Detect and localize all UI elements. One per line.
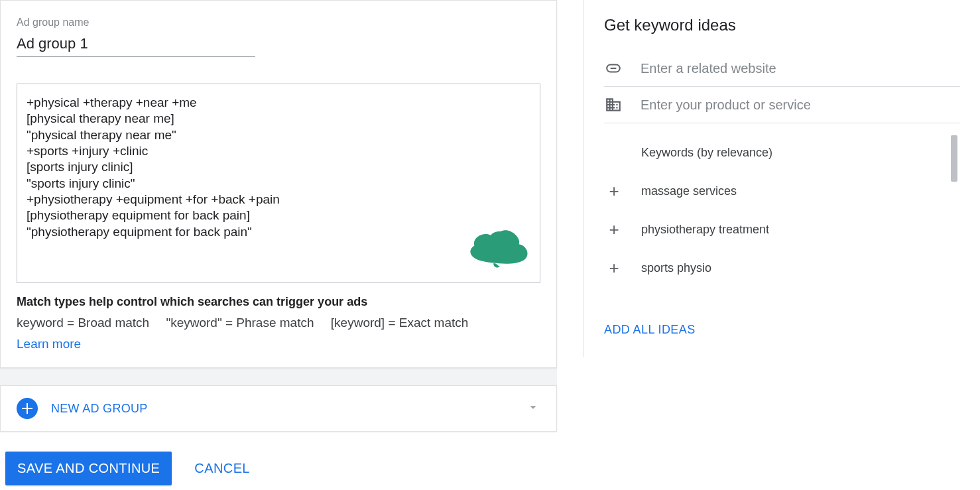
match-types-legend: keyword = Broad match "keyword" = Phrase… — [17, 316, 540, 351]
plus-circle-icon — [17, 398, 38, 419]
plus-icon: + — [604, 182, 624, 200]
plus-icon: + — [604, 298, 624, 301]
ideas-list: Keywords (by relevance) + massage servic… — [604, 134, 960, 301]
business-icon — [604, 96, 622, 113]
idea-row[interactable]: + physiotherapy treatment — [604, 210, 943, 249]
keyword-ideas-title: Get keyword ideas — [604, 16, 960, 34]
idea-text: sports physio — [641, 261, 711, 275]
ad-group-name-label: Ad group name — [17, 17, 255, 29]
add-all-ideas-button[interactable]: ADD ALL IDEAS — [584, 309, 980, 357]
plus-icon: + — [604, 259, 624, 276]
new-ad-group-row[interactable]: NEW AD GROUP — [0, 385, 557, 432]
new-ad-group-label: NEW AD GROUP — [51, 402, 148, 416]
save-and-continue-button[interactable]: SAVE AND CONTINUE — [5, 452, 172, 485]
idea-text: physiotherapy treatment — [641, 223, 769, 237]
broad-match-legend: keyword = Broad match — [17, 316, 149, 330]
keywords-text: +physical +therapy +near +me [physical t… — [27, 95, 280, 239]
exact-match-legend: [keyword] = Exact match — [331, 316, 469, 330]
chevron-down-icon — [526, 400, 540, 418]
product-service-input[interactable] — [639, 97, 960, 113]
idea-text: physiotherapy clinic — [641, 300, 745, 302]
keywords-textarea[interactable]: +physical +therapy +near +me [physical t… — [17, 84, 540, 283]
related-website-row — [604, 50, 960, 87]
related-website-input[interactable] — [639, 60, 960, 77]
learn-more-link[interactable]: Learn more — [17, 337, 81, 351]
ad-group-card: Ad group name +physical +therapy +near +… — [0, 0, 557, 368]
product-service-row — [604, 87, 960, 123]
link-icon — [604, 60, 622, 77]
footer-actions: SAVE AND CONTINUE CANCEL — [0, 432, 557, 490]
plus-icon: + — [604, 221, 624, 238]
idea-text: massage services — [641, 184, 737, 198]
match-types-heading: Match types help control which searches … — [17, 295, 540, 309]
ad-group-name-input[interactable] — [17, 34, 255, 57]
decorative-blob-icon — [465, 228, 529, 268]
idea-row[interactable]: + physiotherapy clinic — [604, 287, 943, 301]
cancel-button[interactable]: CANCEL — [190, 460, 254, 477]
phrase-match-legend: "keyword" = Phrase match — [166, 316, 314, 330]
ideas-list-header: Keywords (by relevance) — [604, 134, 943, 172]
idea-row[interactable]: + massage services — [604, 172, 943, 210]
keyword-ideas-panel: Get keyword ideas Keywords (by relevance… — [583, 0, 980, 357]
scrollbar-thumb[interactable] — [951, 135, 957, 182]
idea-row[interactable]: + sports physio — [604, 249, 943, 287]
